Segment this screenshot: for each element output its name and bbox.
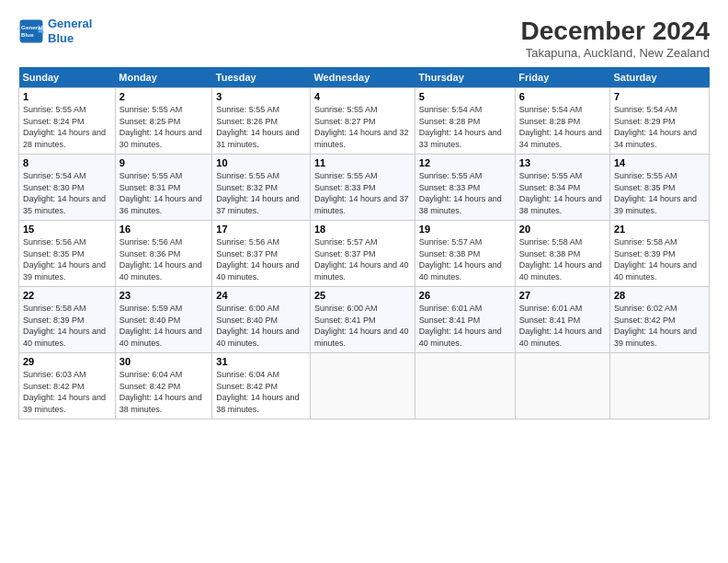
day-cell: 24 Sunrise: 6:00 AM Sunset: 8:40 PM Dayl…: [212, 287, 311, 353]
day-cell: 3 Sunrise: 5:55 AM Sunset: 8:26 PM Dayli…: [212, 88, 311, 155]
day-info: Sunrise: 5:58 AM Sunset: 8:39 PM Dayligh…: [23, 303, 111, 349]
sunrise-label: Sunrise: 5:58 AM: [614, 237, 677, 247]
logo-icon: General Blue: [18, 18, 44, 44]
sunset-label: Sunset: 8:36 PM: [119, 249, 181, 259]
daylight-label: Daylight: 14 hours and 40 minutes.: [419, 327, 502, 348]
header-cell-friday: Friday: [515, 67, 609, 88]
day-number: 17: [216, 224, 306, 235]
daylight-label: Daylight: 14 hours and 40 minutes.: [519, 260, 602, 282]
day-info: Sunrise: 5:55 AM Sunset: 8:33 PM Dayligh…: [314, 170, 411, 216]
day-number: 5: [419, 91, 511, 102]
day-cell: 8 Sunrise: 5:54 AM Sunset: 8:30 PM Dayli…: [19, 155, 116, 221]
sunset-label: Sunset: 8:26 PM: [216, 117, 278, 126]
header-cell-tuesday: Tuesday: [212, 67, 311, 88]
sunrise-label: Sunrise: 5:55 AM: [119, 171, 183, 180]
day-number: 28: [614, 290, 705, 301]
day-cell: 25 Sunrise: 6:00 AM Sunset: 8:41 PM Dayl…: [310, 287, 415, 353]
day-info: Sunrise: 5:55 AM Sunset: 8:31 PM Dayligh…: [119, 170, 209, 216]
week-row-2: 8 Sunrise: 5:54 AM Sunset: 8:30 PM Dayli…: [19, 155, 710, 221]
sunrise-label: Sunrise: 6:04 AM: [216, 370, 279, 379]
day-cell: [609, 353, 709, 419]
day-number: 11: [314, 157, 411, 168]
sunset-label: Sunset: 8:39 PM: [23, 316, 85, 325]
sunset-label: Sunset: 8:42 PM: [23, 382, 85, 391]
daylight-label: Daylight: 14 hours and 40 minutes.: [314, 327, 409, 348]
daylight-label: Daylight: 14 hours and 40 minutes.: [614, 260, 697, 282]
day-number: 2: [119, 91, 209, 102]
sunset-label: Sunset: 8:31 PM: [119, 183, 181, 192]
day-number: 10: [216, 157, 306, 168]
day-info: Sunrise: 5:57 AM Sunset: 8:38 PM Dayligh…: [419, 236, 511, 282]
day-info: Sunrise: 6:01 AM Sunset: 8:41 PM Dayligh…: [419, 303, 511, 349]
day-cell: 12 Sunrise: 5:55 AM Sunset: 8:33 PM Dayl…: [415, 155, 515, 221]
sunrise-label: Sunrise: 5:57 AM: [419, 237, 483, 247]
header-cell-thursday: Thursday: [415, 67, 515, 88]
sunrise-label: Sunrise: 5:54 AM: [419, 105, 483, 114]
sunrise-label: Sunrise: 6:00 AM: [216, 304, 279, 313]
daylight-label: Daylight: 14 hours and 40 minutes.: [23, 327, 106, 348]
sunrise-label: Sunrise: 6:03 AM: [23, 370, 86, 379]
sunset-label: Sunset: 8:40 PM: [216, 316, 278, 325]
day-number: 14: [614, 157, 705, 168]
sunrise-label: Sunrise: 5:57 AM: [314, 237, 378, 247]
day-number: 22: [23, 290, 111, 301]
sunset-label: Sunset: 8:24 PM: [23, 117, 85, 126]
day-info: Sunrise: 5:56 AM Sunset: 8:35 PM Dayligh…: [23, 236, 111, 282]
header-cell-monday: Monday: [115, 67, 212, 88]
day-info: Sunrise: 5:55 AM Sunset: 8:35 PM Dayligh…: [614, 170, 705, 216]
day-info: Sunrise: 5:56 AM Sunset: 8:37 PM Dayligh…: [216, 236, 306, 282]
day-cell: 15 Sunrise: 5:56 AM Sunset: 8:35 PM Dayl…: [19, 221, 116, 287]
sunset-label: Sunset: 8:32 PM: [216, 183, 278, 192]
day-cell: 27 Sunrise: 6:01 AM Sunset: 8:41 PM Dayl…: [515, 287, 609, 353]
day-info: Sunrise: 5:58 AM Sunset: 8:39 PM Dayligh…: [614, 236, 705, 282]
sunset-label: Sunset: 8:35 PM: [614, 183, 676, 192]
sunset-label: Sunset: 8:28 PM: [419, 117, 481, 126]
day-cell: 14 Sunrise: 5:55 AM Sunset: 8:35 PM Dayl…: [609, 155, 709, 221]
calendar-header: SundayMondayTuesdayWednesdayThursdayFrid…: [19, 67, 710, 88]
day-number: 31: [216, 356, 306, 367]
day-cell: 28 Sunrise: 6:02 AM Sunset: 8:42 PM Dayl…: [609, 287, 709, 353]
day-number: 1: [23, 91, 111, 102]
day-number: 7: [614, 91, 705, 102]
daylight-label: Daylight: 14 hours and 39 minutes.: [614, 194, 697, 215]
day-number: 29: [23, 356, 111, 367]
day-info: Sunrise: 5:55 AM Sunset: 8:25 PM Dayligh…: [119, 104, 209, 150]
day-cell: 7 Sunrise: 5:54 AM Sunset: 8:29 PM Dayli…: [609, 88, 709, 155]
day-cell: 26 Sunrise: 6:01 AM Sunset: 8:41 PM Dayl…: [415, 287, 515, 353]
day-info: Sunrise: 5:55 AM Sunset: 8:32 PM Dayligh…: [216, 170, 306, 216]
header-row: SundayMondayTuesdayWednesdayThursdayFrid…: [19, 67, 710, 88]
day-info: Sunrise: 5:58 AM Sunset: 8:38 PM Dayligh…: [519, 236, 606, 282]
svg-text:General: General: [21, 24, 42, 30]
daylight-label: Daylight: 14 hours and 39 minutes.: [23, 260, 106, 282]
sunset-label: Sunset: 8:38 PM: [519, 249, 581, 259]
day-cell: 11 Sunrise: 5:55 AM Sunset: 8:33 PM Dayl…: [310, 155, 415, 221]
day-cell: 19 Sunrise: 5:57 AM Sunset: 8:38 PM Dayl…: [415, 221, 515, 287]
day-number: 18: [314, 224, 411, 235]
sunset-label: Sunset: 8:42 PM: [119, 382, 181, 391]
day-number: 15: [23, 224, 111, 235]
day-number: 6: [519, 91, 606, 102]
day-info: Sunrise: 5:56 AM Sunset: 8:36 PM Dayligh…: [119, 236, 209, 282]
sunset-label: Sunset: 8:41 PM: [519, 316, 581, 325]
week-row-4: 22 Sunrise: 5:58 AM Sunset: 8:39 PM Dayl…: [19, 287, 710, 353]
day-number: 16: [119, 224, 209, 235]
sunrise-label: Sunrise: 5:58 AM: [23, 304, 86, 313]
daylight-label: Daylight: 14 hours and 38 minutes.: [119, 393, 202, 414]
sunrise-label: Sunrise: 5:59 AM: [119, 304, 183, 313]
sunset-label: Sunset: 8:34 PM: [519, 183, 581, 192]
day-cell: 20 Sunrise: 5:58 AM Sunset: 8:38 PM Dayl…: [515, 221, 609, 287]
daylight-label: Daylight: 14 hours and 40 minutes.: [216, 260, 299, 282]
day-info: Sunrise: 5:54 AM Sunset: 8:28 PM Dayligh…: [419, 104, 511, 150]
day-number: 4: [314, 91, 411, 102]
daylight-label: Daylight: 14 hours and 37 minutes.: [314, 194, 409, 215]
daylight-label: Daylight: 14 hours and 40 minutes.: [314, 260, 409, 282]
day-number: 3: [216, 91, 306, 102]
sunset-label: Sunset: 8:27 PM: [314, 117, 376, 126]
page: General Blue General Blue December 2024 …: [0, 0, 728, 563]
day-cell: 23 Sunrise: 5:59 AM Sunset: 8:40 PM Dayl…: [115, 287, 212, 353]
title-block: December 2024 Takapuna, Auckland, New Ze…: [521, 17, 710, 60]
daylight-label: Daylight: 14 hours and 38 minutes.: [519, 194, 602, 215]
daylight-label: Daylight: 14 hours and 31 minutes.: [216, 128, 299, 149]
sunrise-label: Sunrise: 5:55 AM: [216, 105, 279, 114]
sunset-label: Sunset: 8:42 PM: [216, 382, 278, 391]
